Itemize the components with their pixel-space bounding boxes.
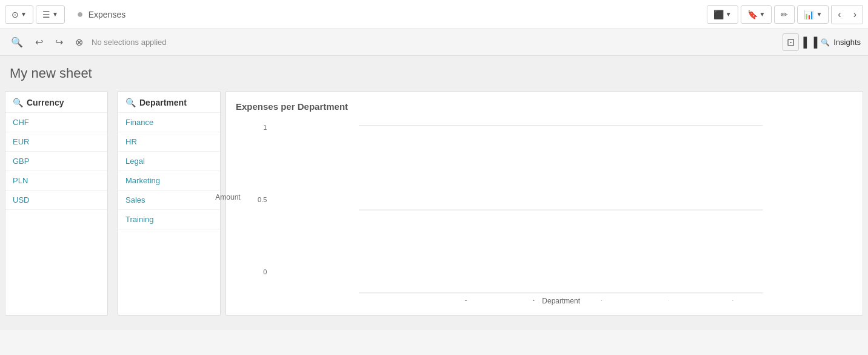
app-title-text: Expenses: [88, 10, 125, 19]
insights-search-icon: 🔍: [821, 38, 830, 47]
department-listbox-header: 🔍 Department: [118, 92, 220, 113]
x-label-finance: Finance: [379, 298, 404, 301]
currency-listbox-header: 🔍 Currency: [5, 92, 107, 113]
y-tick-1: 1: [263, 124, 267, 131]
back-selection-icon: ↩: [35, 37, 43, 47]
forward-selection-icon: ↪: [55, 37, 63, 47]
pencil-btn-group: ✏: [774, 5, 795, 24]
insights-bar-icon: ▌▐: [804, 37, 818, 48]
app-title-area: ● Expenses: [77, 8, 125, 21]
chart-icon: 📊: [804, 10, 814, 19]
back-icon: ‹: [838, 9, 841, 20]
y-tick-0: 0: [263, 268, 267, 276]
clear-selection-icon: ⊗: [75, 37, 83, 47]
y-axis-area: Amount 1 0.5 0: [236, 119, 267, 276]
list-chevron: ▼: [52, 11, 58, 18]
currency-listbox: 🔍 Currency CHF EUR GBP PLN USD: [5, 91, 108, 316]
x-label-training: Training: [713, 298, 738, 301]
list-item[interactable]: Sales: [118, 191, 220, 210]
toolbar-right: ⬛ ▼ 🔖 ▼ ✏ 📊 ▼ ‹ ›: [707, 5, 863, 24]
bookmark-icon: 🔖: [747, 10, 758, 19]
nav-btn-group: ‹ ›: [831, 5, 863, 24]
list-item[interactable]: Marketing: [118, 171, 220, 191]
department-search-icon: 🔍: [125, 98, 136, 107]
list-item[interactable]: CHF: [5, 113, 107, 132]
back-button[interactable]: ‹: [832, 5, 847, 24]
department-items: Finance HR Legal Marketing Sales Trainin…: [118, 113, 220, 229]
chart-plot-area: Finance HR Legal Marketing Sales Trainin…: [269, 119, 853, 305]
sheet-title: My new sheet: [10, 66, 858, 81]
selection-status-text: No selections applied: [92, 38, 778, 47]
pencil-icon: ✏: [781, 10, 788, 19]
insights-button[interactable]: ▌▐ 🔍 Insights: [804, 37, 861, 48]
y-axis-label: Amount: [215, 193, 240, 201]
y-tick-05: 0.5: [258, 196, 267, 203]
x-label-marketing: Marketing: [577, 298, 606, 301]
clear-selection-button[interactable]: ⊗: [72, 34, 87, 50]
app-icon-button[interactable]: ⊙ ▼: [5, 6, 33, 23]
bookmark-chevron: ▼: [760, 11, 766, 18]
currency-search-icon: 🔍: [13, 98, 23, 107]
list-menu-group: ☰ ▼: [36, 5, 65, 24]
list-item[interactable]: Legal: [118, 152, 220, 171]
list-item[interactable]: Finance: [118, 113, 220, 132]
screen-button[interactable]: ⬛ ▼: [707, 6, 738, 23]
main-content: 🔍 Currency CHF EUR GBP PLN USD 🔍 Departm…: [0, 86, 868, 330]
bookmark-btn-group: 🔖 ▼: [741, 5, 772, 24]
department-listbox: 🔍 Department Finance HR Legal Marketing …: [118, 91, 221, 316]
currency-listbox-title: Currency: [27, 98, 64, 107]
list-item[interactable]: EUR: [5, 132, 107, 152]
bookmark-button[interactable]: 🔖 ▼: [741, 6, 772, 23]
app-icon-chevron: ▼: [21, 11, 27, 18]
smart-associate-icon[interactable]: ⊡: [783, 33, 799, 51]
list-item[interactable]: Training: [118, 210, 220, 229]
forward-icon: ›: [853, 9, 856, 20]
insights-label: Insights: [833, 38, 861, 47]
top-toolbar: ⊙ ▼ ☰ ▼ ● Expenses ⬛ ▼ 🔖 ▼: [0, 0, 868, 29]
x-label-hr: HR: [458, 298, 472, 301]
list-item[interactable]: PLN: [5, 171, 107, 191]
x-label-legal: Legal: [520, 298, 539, 301]
back-selection-button[interactable]: ↩: [32, 34, 47, 50]
screen-chevron: ▼: [726, 11, 732, 18]
x-label-sales: Sales: [655, 298, 674, 301]
list-item[interactable]: GBP: [5, 152, 107, 171]
sheet-title-area: My new sheet: [0, 56, 868, 86]
chart-svg: Finance HR Legal Marketing Sales Trainin…: [269, 119, 853, 301]
list-icon: ☰: [42, 10, 50, 19]
chart-title: Expenses per Department: [236, 101, 853, 112]
forward-button[interactable]: ›: [847, 5, 863, 24]
department-listbox-title: Department: [139, 98, 187, 107]
pencil-button[interactable]: ✏: [775, 6, 794, 23]
app-menu-group: ⊙ ▼: [5, 5, 33, 24]
smart-search-icon: 🔍: [11, 37, 23, 47]
currency-items: CHF EUR GBP PLN USD: [5, 113, 107, 210]
list-icon-button[interactable]: ☰ ▼: [36, 6, 64, 23]
chart-inner: Amount 1 0.5 0 Finance HR Legal: [236, 119, 853, 305]
y-ticks: 1 0.5 0: [236, 124, 267, 276]
forward-selection-button[interactable]: ↪: [52, 34, 67, 50]
screen-icon: ⬛: [713, 10, 724, 19]
sel-right-area: ⊡ ▌▐ 🔍 Insights: [783, 33, 861, 51]
app-title-icon: ●: [77, 8, 84, 21]
chart-button[interactable]: 📊 ▼: [798, 6, 828, 23]
chart-chevron: ▼: [816, 11, 822, 18]
smart-search-button[interactable]: 🔍: [7, 34, 27, 50]
selection-bar: 🔍 ↩ ↪ ⊗ No selections applied ⊡ ▌▐ 🔍 Ins…: [0, 29, 868, 56]
list-item[interactable]: HR: [118, 132, 220, 152]
chart-btn-group: 📊 ▼: [797, 5, 829, 24]
list-item[interactable]: USD: [5, 191, 107, 210]
toolbar-left: ⊙ ▼ ☰ ▼ ● Expenses: [5, 5, 707, 24]
screen-btn-group: ⬛ ▼: [707, 5, 738, 24]
expenses-chart-container: Expenses per Department Amount 1 0.5 0: [225, 91, 863, 316]
app-icon: ⊙: [12, 10, 19, 19]
